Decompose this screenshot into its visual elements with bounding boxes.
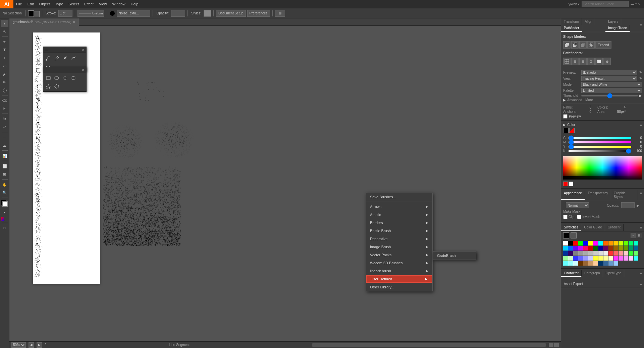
image-brush-item[interactable]: Image Brush▶ <box>366 243 432 251</box>
tool-scale[interactable]: ⤢ <box>1 123 8 131</box>
it-preview-eye[interactable]: 👁 <box>639 71 642 74</box>
trim-button[interactable]: ⊟ <box>571 58 579 65</box>
tool-select[interactable]: ▸ <box>1 20 8 27</box>
swatch-66[interactable] <box>593 261 598 266</box>
swatch-61[interactable] <box>568 261 573 266</box>
opacity-input[interactable]: 100% <box>171 10 185 17</box>
tool-type[interactable]: T <box>1 46 8 54</box>
swatches-list-view[interactable]: ≡ <box>631 233 636 238</box>
minus-front-button[interactable] <box>571 41 579 49</box>
swatch-44[interactable] <box>634 251 638 256</box>
swatch-4[interactable] <box>583 241 588 246</box>
tool-scissors[interactable]: ✂ <box>1 105 8 112</box>
swatch-57[interactable] <box>624 256 628 261</box>
swatch-7[interactable] <box>598 241 603 246</box>
menu-edit[interactable]: Edit <box>25 0 37 8</box>
minus-back-button[interactable]: ⊖ <box>603 58 611 65</box>
swatch-43[interactable] <box>629 251 633 256</box>
arrows-item[interactable]: Arrows▶ <box>366 203 432 211</box>
swatch-15[interactable] <box>563 246 568 251</box>
swatch-34[interactable] <box>583 251 588 256</box>
doc-setup-button[interactable]: Document Setup <box>216 10 246 17</box>
swatch-68[interactable] <box>603 261 608 266</box>
appearance-menu[interactable]: ≡ <box>638 190 644 200</box>
tool-blob[interactable]: ◯ <box>1 86 8 94</box>
tab-transparency[interactable]: Transparency <box>585 190 611 200</box>
swatch-16[interactable] <box>568 246 573 251</box>
swatch-29[interactable] <box>634 246 638 251</box>
menu-file[interactable]: File <box>13 0 25 8</box>
swatch-27[interactable] <box>624 246 628 251</box>
tab-swatches[interactable]: Swatches <box>561 224 581 231</box>
unite-button[interactable] <box>563 41 571 49</box>
menu-help[interactable]: Help <box>128 0 141 8</box>
brush-selector[interactable]: Noise Textu... <box>117 10 150 17</box>
swatch-32[interactable] <box>573 251 578 256</box>
grainbrush-item[interactable]: GrainBrush <box>433 252 476 260</box>
tab-pathfinder[interactable]: Pathfinder <box>561 25 582 32</box>
merge-button[interactable]: ⊞ <box>579 58 587 65</box>
it-preview-checkbox[interactable] <box>563 114 568 119</box>
stroke-style-selector[interactable]: Uniform <box>77 10 104 17</box>
menu-select[interactable]: Select <box>66 0 82 8</box>
m-slider[interactable] <box>569 141 631 143</box>
tool-artboard[interactable]: ⬜ <box>1 162 8 170</box>
swatch-51[interactable] <box>593 256 598 261</box>
swatch-69[interactable] <box>608 261 613 266</box>
color-gradient-swatch[interactable] <box>569 128 575 133</box>
swatch-display[interactable] <box>571 232 577 238</box>
swatch-21[interactable] <box>593 246 598 251</box>
it-view-select[interactable]: Tracing Result <box>581 76 637 81</box>
y-slider[interactable] <box>569 146 631 148</box>
swatch-14[interactable] <box>634 241 638 246</box>
swatch-60[interactable] <box>563 261 568 266</box>
tool-pencil[interactable]: ✏ <box>1 78 8 86</box>
k-slider[interactable] <box>569 150 631 152</box>
expand-button[interactable]: Expand <box>595 41 611 49</box>
swatch-52[interactable] <box>598 256 603 261</box>
linearit-item[interactable]: linearit brush▶ <box>366 267 432 275</box>
tool-zoom[interactable]: 🔍 <box>1 189 8 196</box>
preferences-button[interactable]: Preferences <box>247 10 270 17</box>
swatch-12[interactable] <box>624 241 628 246</box>
gradient-swatch[interactable] <box>1 217 4 221</box>
none-swatch[interactable] <box>5 217 8 221</box>
swatch-1[interactable] <box>568 241 573 246</box>
canvas-content[interactable]: — ✕ <box>9 26 561 348</box>
color-panel-header[interactable]: ▶ Color ≡ <box>561 122 644 127</box>
swatch-2[interactable] <box>573 241 578 246</box>
swatch-25[interactable] <box>613 246 618 251</box>
swatch-10[interactable] <box>613 241 618 246</box>
menu-view[interactable]: View <box>96 0 110 8</box>
asset-menu[interactable]: ≡ <box>638 280 644 287</box>
tab-image-trace[interactable]: Image Trace <box>605 25 630 32</box>
swatch-48[interactable] <box>578 256 583 261</box>
zoom-select[interactable]: 50% <box>11 342 26 348</box>
swatch-42[interactable] <box>624 251 628 256</box>
swatch-5[interactable] <box>588 241 593 246</box>
swatch-33[interactable] <box>578 251 583 256</box>
tool-pen[interactable]: ✒ <box>1 38 8 46</box>
styles-box[interactable] <box>204 10 211 17</box>
swatches-menu[interactable]: ≡ <box>638 224 644 231</box>
it-palette-select[interactable]: Limited <box>581 88 642 93</box>
tool-rect[interactable]: ▭ <box>1 62 8 70</box>
vector-packs-item[interactable]: Vector Packs▶ <box>366 251 432 259</box>
swatch-20[interactable] <box>588 246 593 251</box>
swatch-67[interactable] <box>598 261 603 266</box>
swatch-23[interactable] <box>603 246 608 251</box>
divide-button[interactable] <box>563 58 571 65</box>
tool-hand[interactable]: ✋ <box>1 181 8 188</box>
fill-color-box[interactable] <box>34 11 40 17</box>
h-scrollbar[interactable] <box>312 343 546 347</box>
tool-color[interactable]: ■ <box>1 209 8 216</box>
opacity-value-input[interactable]: 100% <box>621 202 635 208</box>
it-threshold-slider[interactable] <box>581 95 638 96</box>
it-preview-select[interactable]: (Default) <box>581 70 637 75</box>
panel-menu-icon[interactable]: ≡ <box>638 23 644 27</box>
tool-eraser[interactable]: ⌫ <box>1 97 8 104</box>
it-advanced-row[interactable]: ▶ Advanced More <box>561 98 644 102</box>
swatch-49[interactable] <box>583 256 588 261</box>
tool-direct-select[interactable]: ↖ <box>1 28 8 35</box>
it-view-eye[interactable]: 👁 <box>639 77 642 80</box>
